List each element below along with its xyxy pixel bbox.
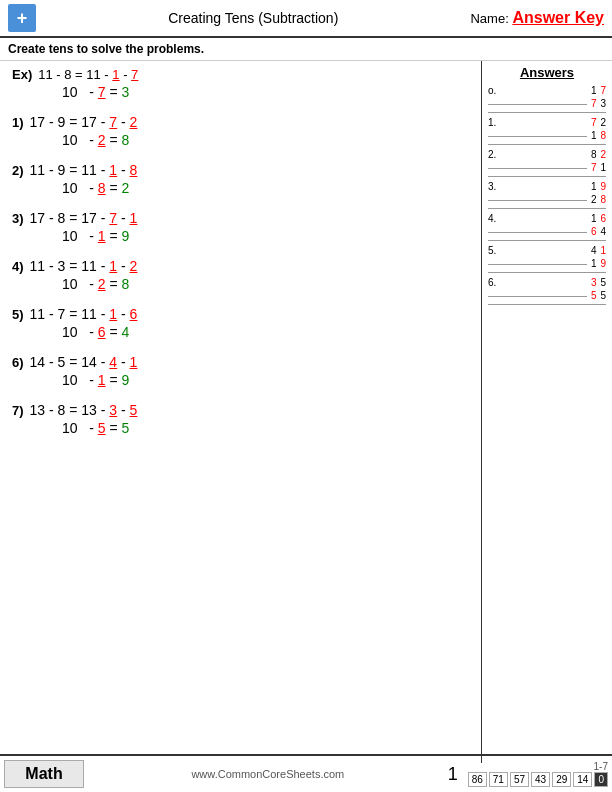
problem-2-block: 2) 11 - 9 = 11 - 1 - 8 10 - 8 = 2: [12, 162, 469, 196]
problem-6-line2: 10 - 1 = 9: [62, 372, 469, 388]
problem-7-line2: 10 - 5 = 5: [62, 420, 469, 436]
problem-6-line1: 6) 14 - 5 = 14 - 4 - 1: [12, 354, 469, 370]
problem-2-line2: 10 - 8 = 2: [62, 180, 469, 196]
answer-key-label: Answer Key: [512, 9, 604, 27]
problem-7-block: 7) 13 - 8 = 13 - 3 - 5 10 - 5 = 5: [12, 402, 469, 436]
footer-website: www.CommonCoreSheets.com: [88, 768, 448, 780]
ex-val1: 1: [112, 67, 119, 82]
score-0: 0: [594, 772, 608, 787]
problem-3-line1: 3) 17 - 8 = 17 - 7 - 1: [12, 210, 469, 226]
problem-7-label: 7): [12, 403, 24, 418]
score-14: 14: [573, 772, 592, 787]
score-71: 71: [489, 772, 508, 787]
score-43: 43: [531, 772, 550, 787]
subtitle: Create tens to solve the problems.: [0, 38, 612, 61]
problem-5-label: 5): [12, 307, 24, 322]
score-29: 29: [552, 772, 571, 787]
score-86: 86: [468, 772, 487, 787]
problem-4-label: 4): [12, 259, 24, 274]
problems-section: Ex) 11 - 8 = 11 - 1 - 7 10 - 7 = 3 1) 17…: [0, 61, 482, 763]
problem-3-line2: 10 - 1 = 9: [62, 228, 469, 244]
answer-3: 3. 1 9 2 8: [488, 180, 606, 209]
header-title: Creating Tens (Subtraction): [36, 10, 470, 26]
answer-6: 6. 3 5 5 5: [488, 276, 606, 305]
footer-range-label: 1-7: [468, 761, 608, 772]
score-57: 57: [510, 772, 529, 787]
problem-4-line1: 4) 11 - 3 = 11 - 1 - 2: [12, 258, 469, 274]
answer-1: 1. 7 2 1 8: [488, 116, 606, 145]
problem-5-line2: 10 - 6 = 4: [62, 324, 469, 340]
answer-4: 4. 1 6 6 4: [488, 212, 606, 241]
problem-7-line1: 7) 13 - 8 = 13 - 3 - 5: [12, 402, 469, 418]
header: + Creating Tens (Subtraction) Name: Answ…: [0, 0, 612, 38]
logo-icon: +: [8, 4, 36, 32]
problem-4-line2: 10 - 2 = 8: [62, 276, 469, 292]
footer-math-label: Math: [4, 760, 84, 788]
ex-val4: 3: [122, 84, 130, 100]
problem-2-line1: 2) 11 - 9 = 11 - 1 - 8: [12, 162, 469, 178]
answer-2: 2. 8 2 7 1: [488, 148, 606, 177]
problem-1-line2: 10 - 2 = 8: [62, 132, 469, 148]
answer-5: 5. 4 1 1 9: [488, 244, 606, 273]
problem-6-block: 6) 14 - 5 = 14 - 4 - 1 10 - 1 = 9: [12, 354, 469, 388]
problem-2-label: 2): [12, 163, 24, 178]
footer-page: 1: [448, 764, 458, 785]
problem-1-block: 1) 17 - 9 = 17 - 7 - 2 10 - 2 = 8: [12, 114, 469, 148]
footer-scores: 1-7 86 71 57 43 29 14 0: [468, 761, 608, 787]
problem-5-block: 5) 11 - 7 = 11 - 1 - 6 10 - 6 = 4: [12, 306, 469, 340]
problem-5-line1: 5) 11 - 7 = 11 - 1 - 6: [12, 306, 469, 322]
problem-1-label: 1): [12, 115, 24, 130]
problem-1-line1: 1) 17 - 9 = 17 - 7 - 2: [12, 114, 469, 130]
problem-3-block: 3) 17 - 8 = 17 - 7 - 1 10 - 1 = 9: [12, 210, 469, 244]
answers-title: Answers: [488, 65, 606, 80]
problem-3-label: 3): [12, 211, 24, 226]
footer-score-values: 86 71 57 43 29 14 0: [468, 772, 608, 787]
main-content: Ex) 11 - 8 = 11 - 1 - 7 10 - 7 = 3 1) 17…: [0, 61, 612, 763]
answers-section: Answers o. 1 7 7 3 1. 7 2: [482, 61, 612, 763]
example-label: Ex): [12, 67, 32, 82]
problem-4-block: 4) 11 - 3 = 11 - 1 - 2 10 - 2 = 8: [12, 258, 469, 292]
answer-0: o. 1 7 7 3: [488, 84, 606, 113]
problem-6-label: 6): [12, 355, 24, 370]
footer: Math www.CommonCoreSheets.com 1 1-7 86 7…: [0, 754, 612, 792]
example-line2: 10 - 7 = 3: [62, 84, 469, 100]
name-label: Name:: [470, 11, 508, 26]
ex-val3: 7: [98, 84, 106, 100]
example-line1: Ex) 11 - 8 = 11 - 1 - 7: [12, 67, 469, 82]
ex-val2: 7: [131, 67, 138, 82]
example-block: Ex) 11 - 8 = 11 - 1 - 7 10 - 7 = 3: [12, 67, 469, 100]
